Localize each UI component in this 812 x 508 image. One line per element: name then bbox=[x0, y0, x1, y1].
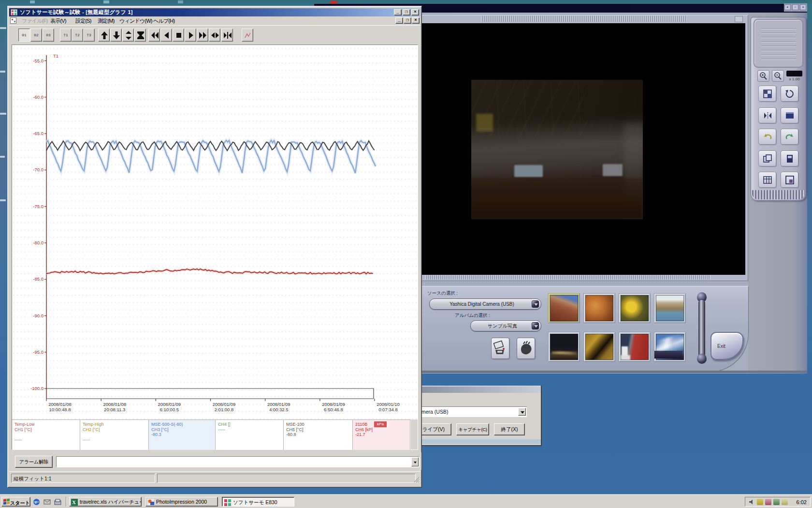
svg-text:2008/01/09: 2008/01/09 bbox=[322, 402, 345, 407]
svg-text:-75.0: -75.0 bbox=[33, 204, 44, 209]
svg-text:0:07:34.8: 0:07:34.8 bbox=[378, 407, 398, 412]
svg-text:2008/01/08: 2008/01/08 bbox=[48, 402, 72, 407]
svg-text:-65.0: -65.0 bbox=[33, 131, 44, 136]
svg-text:-60.0: -60.0 bbox=[33, 94, 44, 100]
svg-text:-85.0: -85.0 bbox=[33, 276, 44, 282]
svg-text:-70.0: -70.0 bbox=[33, 167, 44, 172]
svg-text:2008/01/08: 2008/01/08 bbox=[103, 402, 126, 407]
svg-text:-95.0: -95.0 bbox=[33, 349, 44, 355]
svg-text:4:00:32.5: 4:00:32.5 bbox=[269, 407, 289, 412]
svg-text:-55.0: -55.0 bbox=[33, 58, 44, 63]
svg-text:2008/01/09: 2008/01/09 bbox=[213, 402, 236, 407]
svg-text:2008/01/09: 2008/01/09 bbox=[158, 402, 181, 407]
svg-text:6:10:00.5: 6:10:00.5 bbox=[160, 407, 179, 412]
svg-text:-80.0: -80.0 bbox=[33, 240, 44, 245]
svg-text:2008/01/09: 2008/01/09 bbox=[267, 402, 290, 407]
svg-text:X: X bbox=[72, 499, 76, 505]
svg-text:10:00:48.8: 10:00:48.8 bbox=[49, 407, 71, 412]
svg-text:T1: T1 bbox=[53, 53, 58, 59]
svg-text:2008/01/10: 2008/01/10 bbox=[377, 402, 400, 407]
svg-text:2:01:00.8: 2:01:00.8 bbox=[215, 407, 234, 412]
svg-text:-100.0: -100.0 bbox=[30, 386, 44, 391]
svg-text:e: e bbox=[35, 499, 37, 505]
svg-text:-90.0: -90.0 bbox=[33, 313, 44, 318]
svg-text:20:08:11.3: 20:08:11.3 bbox=[104, 407, 125, 412]
svg-text:6:50:46.8: 6:50:46.8 bbox=[324, 407, 343, 412]
